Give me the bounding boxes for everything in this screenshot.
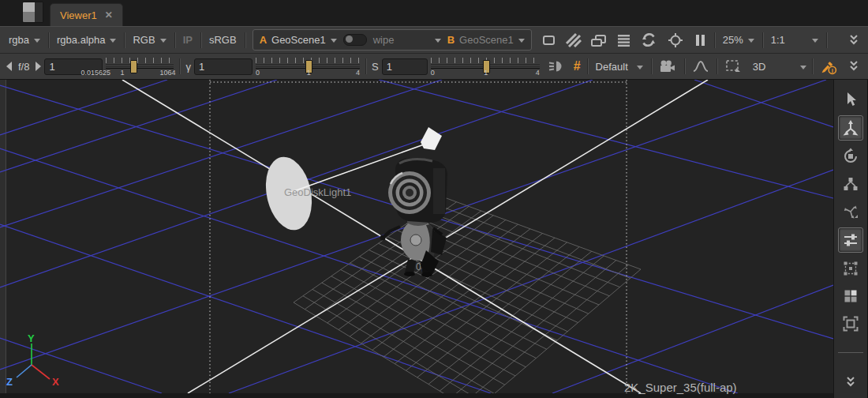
chevron-down-icon (331, 39, 337, 43)
camera-icon (658, 58, 678, 74)
scale-hierarchy-icon (842, 175, 859, 193)
format-label: 2K_Super_35(full-ap) (624, 381, 737, 394)
b-input-dropdown[interactable]: B GeoScene1 (447, 34, 525, 46)
a-input-dropdown[interactable]: A GeoScene1 (260, 34, 337, 46)
sidebar-overflow-button[interactable] (839, 370, 862, 394)
svg-text:i: i (832, 67, 833, 74)
overlapping-windows-icon (589, 32, 608, 48)
skew-tool-button[interactable] (839, 200, 862, 223)
layout-quad-button[interactable] (839, 284, 862, 308)
crosshair-icon (667, 32, 685, 49)
saturation-slider[interactable]: 0 1 4 (431, 55, 540, 77)
disk-light-label[interactable]: GeoDiskLight1 (284, 186, 351, 198)
fstop-label[interactable]: f/8 (15, 61, 32, 73)
double-chevron-down-icon (844, 376, 858, 389)
zoom-level-dropdown[interactable]: 25% (717, 34, 760, 46)
rotate-tool-button[interactable] (839, 145, 862, 168)
ab-toggle[interactable] (343, 34, 367, 46)
color-sample-button[interactable]: i (815, 57, 843, 76)
prev-fstop-button[interactable] (6, 62, 12, 71)
separator (174, 32, 175, 48)
marquee-select-button[interactable] (720, 58, 747, 74)
gain-slider[interactable]: 0.015625 1 1064 (106, 55, 174, 77)
scanline-mode-button[interactable] (612, 32, 636, 48)
chevron-down-icon (110, 39, 116, 43)
grid-toggle-button[interactable]: # (570, 59, 585, 73)
lut-dropdown[interactable]: Default (590, 61, 649, 73)
toolbar2-overflow-button[interactable] (843, 60, 865, 73)
wipe-mode-dropdown[interactable]: wipe (373, 34, 441, 46)
axis-y-label: Y (28, 332, 35, 344)
sidebar-separator (838, 352, 863, 353)
grid-icon: # (574, 59, 581, 73)
viewer-lut-button[interactable]: sRGB (204, 34, 242, 46)
channel-display-dropdown[interactable]: RGB (127, 34, 171, 46)
rotate-icon (842, 148, 859, 165)
select-tool-button[interactable] (839, 88, 862, 111)
translate-icon (842, 119, 859, 137)
frame-brackets-icon (842, 315, 859, 332)
saturation-input[interactable] (382, 58, 428, 75)
zebra-stripes-button[interactable] (561, 32, 586, 48)
input-process-button[interactable]: IP (178, 34, 198, 46)
view-mode-dropdown[interactable]: 3D (747, 61, 812, 73)
separator (714, 32, 715, 48)
close-icon[interactable]: ✕ (105, 9, 113, 21)
separator (124, 32, 125, 48)
toolbar-overflow-button[interactable] (843, 34, 865, 47)
separator (179, 58, 180, 74)
cloned-viewers-button[interactable] (586, 32, 612, 48)
scale-tool-button[interactable] (839, 172, 862, 196)
chevron-down-icon (518, 39, 525, 43)
gamma-slider[interactable]: 0 1 4 (256, 55, 360, 77)
alpha-layer-dropdown[interactable]: rgba.alpha (51, 34, 122, 46)
refresh-render-button[interactable] (636, 32, 663, 49)
separator (587, 58, 588, 74)
proxy-dropdown[interactable]: 1:1 (765, 34, 824, 46)
render-camera-button[interactable] (654, 58, 682, 74)
gain-slider-handle[interactable] (130, 60, 137, 73)
tab-viewer1[interactable]: Viewer1 ✕ (50, 3, 123, 26)
layer-dropdown[interactable]: rgba (3, 34, 46, 46)
chevron-down-icon (812, 39, 818, 43)
chevron-down-icon (435, 39, 441, 43)
pause-button[interactable] (689, 32, 712, 48)
toggle-knob (346, 36, 353, 43)
double-chevron-down-icon (847, 34, 861, 47)
ab-compare-group: A GeoScene1 wipe B GeoScene1 (253, 29, 532, 51)
separator (716, 58, 717, 74)
viewer-side-toolbar (833, 80, 867, 398)
chevron-down-icon (800, 66, 806, 69)
bell-curve-icon (691, 58, 710, 74)
next-fstop-button[interactable] (36, 62, 41, 71)
tab-bar: Viewer1 ✕ (0, 0, 868, 26)
viewport-3d[interactable]: 0,1 (0, 80, 833, 398)
axis-x-label: X (52, 376, 59, 388)
saturation-label: S (369, 61, 382, 73)
vertex-grid-icon (842, 260, 859, 277)
multi-slider-tool-button[interactable] (838, 227, 863, 253)
pointer-icon (842, 91, 859, 108)
headlight-icon (547, 58, 566, 74)
separator (48, 32, 49, 48)
marquee-icon (724, 58, 743, 74)
eyedropper-info-icon: i (819, 57, 839, 76)
quad-view-icon (842, 287, 859, 305)
frame-all-button[interactable] (839, 312, 862, 336)
sliders-icon (842, 231, 859, 249)
double-chevron-down-icon (847, 60, 861, 73)
pane-menu-icon[interactable] (22, 2, 43, 23)
chevron-down-icon (34, 39, 40, 43)
frame-window-button[interactable] (537, 32, 561, 48)
roi-button[interactable] (663, 32, 689, 49)
falloff-curve-button[interactable] (687, 58, 714, 74)
chevron-down-icon (748, 39, 754, 43)
scene-canvas[interactable]: 0,1 (0, 80, 833, 398)
frame-square-icon (541, 32, 557, 48)
headlamp-button[interactable] (543, 58, 570, 74)
separator (200, 32, 201, 48)
translate-tool-button[interactable] (838, 115, 863, 141)
vertex-select-button[interactable] (839, 257, 862, 280)
chevron-down-icon (637, 66, 643, 69)
gamma-input[interactable] (194, 58, 253, 75)
